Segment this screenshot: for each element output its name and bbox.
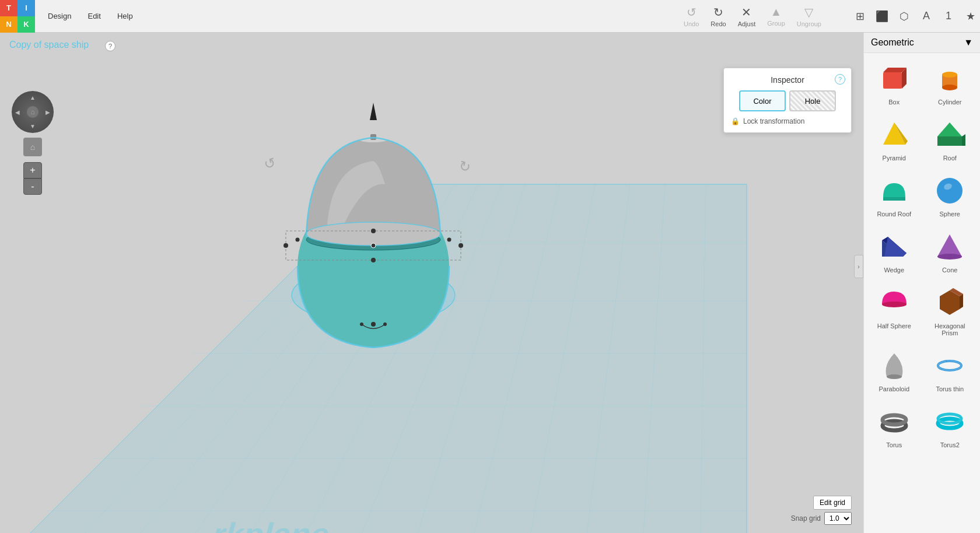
- svg-point-37: [296, 238, 300, 242]
- collapse-panel-button[interactable]: ›: [854, 255, 863, 278]
- shape-box[interactable]: Box: [866, 55, 922, 111]
- box-icon: [877, 61, 912, 96]
- panel-expand-icon[interactable]: ▼: [964, 37, 973, 48]
- group-icon: ▲: [771, 5, 782, 19]
- nav-center-icon: ⌂: [27, 106, 38, 118]
- nav-design[interactable]: Design: [40, 8, 79, 24]
- torus-label: Torus: [886, 441, 902, 448]
- svg-point-28: [306, 222, 440, 246]
- shape-roof[interactable]: Roof: [922, 111, 978, 167]
- canvas-area[interactable]: Copy of space ship ?: [0, 33, 863, 533]
- right-panel: Geometric ▼ Box: [863, 33, 980, 533]
- lock-icon: 🔒: [731, 117, 740, 125]
- cylinder-label: Cylinder: [938, 99, 961, 106]
- svg-marker-62: [937, 234, 962, 257]
- torus-thin-icon: [932, 348, 967, 383]
- prism-view-button[interactable]: ⬡: [895, 7, 914, 26]
- svg-point-64: [882, 301, 907, 307]
- shape-wedge[interactable]: Wedge: [866, 223, 922, 279]
- paraboloid-label: Paraboloid: [878, 385, 909, 392]
- svg-rect-45: [883, 72, 902, 89]
- pyramid-label: Pyramid: [883, 155, 906, 162]
- shape-pyramid[interactable]: Pyramid: [866, 111, 922, 167]
- zoom-out-button[interactable]: -: [23, 178, 42, 195]
- shape-round-roof[interactable]: Round Roof: [866, 167, 922, 223]
- text-view-button[interactable]: A: [917, 7, 936, 26]
- ungroup-label: Ungroup: [797, 20, 821, 27]
- edit-grid-button[interactable]: Edit grid: [813, 496, 852, 510]
- undo-button[interactable]: ↺ Undo: [684, 5, 699, 27]
- shape-hexagonal-prism[interactable]: Hexagonal Prism: [922, 279, 978, 342]
- cube-view-button[interactable]: ⬛: [873, 7, 891, 26]
- inspector-title: Inspector: [731, 75, 844, 85]
- shape-torus[interactable]: Torus: [866, 398, 922, 454]
- svg-marker-53: [937, 122, 962, 136]
- inspector-help-button[interactable]: ?: [835, 74, 845, 85]
- svg-point-36: [371, 258, 376, 262]
- lock-label: Lock transformation: [743, 117, 804, 125]
- color-button[interactable]: Color: [739, 90, 786, 111]
- shape-torus2[interactable]: Torus2: [922, 398, 978, 454]
- hole-button[interactable]: Hole: [789, 90, 836, 111]
- shape-cylinder[interactable]: Cylinder: [922, 55, 978, 111]
- svg-point-38: [447, 238, 452, 242]
- nav-help[interactable]: Help: [109, 8, 141, 24]
- torus2-label: Torus2: [940, 441, 960, 448]
- inspector-buttons: Color Hole: [731, 90, 844, 111]
- zoom-in-button[interactable]: +: [23, 162, 42, 178]
- redo-label: Redo: [710, 20, 726, 27]
- shape-cone[interactable]: Cone: [922, 223, 978, 279]
- zoom-controls: + -: [23, 162, 42, 195]
- main: Copy of space ship ?: [0, 33, 980, 533]
- nav-left-arrow: ◀: [15, 109, 20, 115]
- shape-sphere[interactable]: Sphere: [922, 167, 978, 223]
- adjust-label: Adjust: [738, 20, 756, 27]
- logo-i: I: [18, 0, 35, 16]
- num-view-button[interactable]: 1: [939, 7, 958, 26]
- home-button[interactable]: ⌂: [23, 138, 42, 156]
- snap-grid-select[interactable]: 1.0 0.5 2.0: [824, 512, 852, 525]
- panel-header: Geometric ▼: [864, 33, 980, 53]
- nav-circle[interactable]: ▲ ▼ ◀ ▶ ⌂: [12, 91, 54, 133]
- torus-thin-label: Torus thin: [936, 385, 964, 392]
- cylinder-icon: [932, 61, 967, 96]
- wedge-icon: [877, 229, 912, 264]
- adjust-button[interactable]: ✕ Adjust: [738, 5, 756, 27]
- logo[interactable]: T I N K E R C A D: [0, 0, 35, 33]
- snap-grid-label: Snap grid: [791, 514, 821, 523]
- view-icons: ⊞ ⬛ ⬡ A 1 ★: [850, 7, 980, 26]
- svg-rect-56: [883, 197, 905, 201]
- torus2-icon: [932, 404, 967, 439]
- star-view-button[interactable]: ★: [961, 7, 980, 26]
- svg-point-34: [459, 243, 463, 248]
- half-sphere-icon: [877, 285, 912, 320]
- ungroup-icon: ▽: [804, 5, 813, 19]
- paraboloid-icon: [877, 348, 912, 383]
- ungroup-button[interactable]: ▽ Ungroup: [797, 5, 821, 27]
- redo-button[interactable]: ↻ Redo: [710, 5, 726, 27]
- shape-half-sphere[interactable]: Half Sphere: [866, 279, 922, 342]
- lock-transformation[interactable]: 🔒 Lock transformation: [731, 117, 844, 125]
- shape-torus-thin[interactable]: Torus thin: [922, 342, 978, 398]
- svg-point-49: [942, 72, 957, 78]
- svg-marker-67: [960, 294, 963, 309]
- svg-point-35: [371, 229, 376, 233]
- 3d-object-svg: ↺ ↻: [0, 68, 863, 533]
- undo-label: Undo: [684, 20, 699, 27]
- sphere-label: Sphere: [940, 211, 960, 218]
- logo-k: K: [18, 16, 35, 33]
- project-help-button[interactable]: ?: [105, 41, 116, 51]
- svg-point-63: [937, 254, 962, 260]
- home-icon: ⌂: [30, 142, 35, 152]
- toolbar: ↺ Undo ↻ Redo ✕ Adjust ▲ Group ▽ Ungroup: [684, 5, 821, 27]
- pyramid-icon: [877, 117, 912, 152]
- svg-marker-31: [370, 103, 377, 120]
- project-title: Copy of space ship: [9, 40, 89, 50]
- svg-point-39: [371, 322, 376, 327]
- nav-edit[interactable]: Edit: [79, 8, 108, 24]
- logo-n: N: [0, 16, 18, 33]
- group-button[interactable]: ▲ Group: [767, 5, 785, 27]
- shape-paraboloid[interactable]: Paraboloid: [866, 342, 922, 398]
- grid-view-button[interactable]: ⊞: [850, 7, 869, 26]
- inspector-panel: Inspector ? Color Hole 🔒 Lock transforma…: [723, 68, 852, 133]
